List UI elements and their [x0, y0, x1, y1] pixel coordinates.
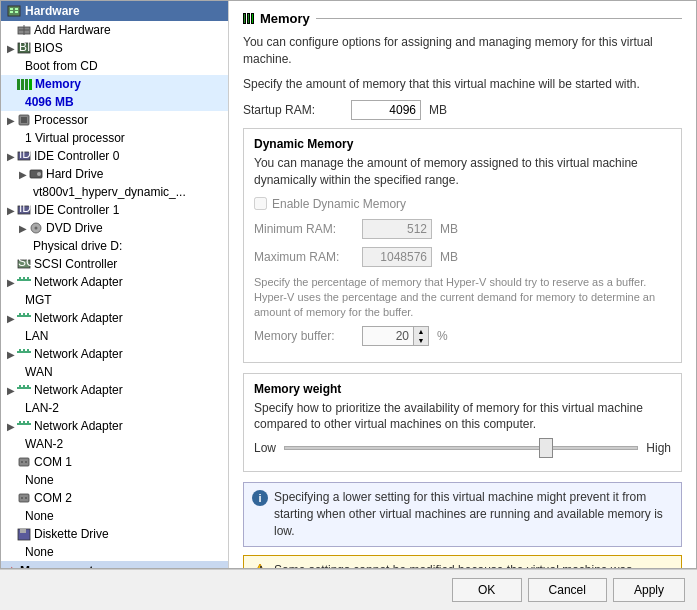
svg-rect-33	[27, 349, 29, 353]
sidebar-label-net5-sub: WAN-2	[25, 437, 63, 451]
ide1-icon: IDE	[17, 203, 31, 217]
buffer-spinner[interactable]: ▲ ▼	[362, 326, 429, 346]
sidebar-item-ide1[interactable]: ▶ IDE IDE Controller 1	[1, 201, 228, 219]
sidebar-item-memory[interactable]: Memory	[1, 75, 228, 93]
sidebar-item-com1-sub[interactable]: None	[1, 471, 228, 489]
svg-text:BIOS: BIOS	[19, 41, 31, 54]
section-header: Memory	[243, 11, 682, 26]
cancel-button[interactable]: Cancel	[528, 578, 607, 602]
buffer-decrement-button[interactable]: ▼	[414, 336, 428, 345]
sidebar-label-com2-sub: None	[25, 509, 54, 523]
buffer-label: Memory buffer:	[254, 329, 354, 343]
enable-dynamic-checkbox[interactable]	[254, 197, 267, 210]
svg-rect-4	[15, 11, 18, 13]
management-header: ✦ Management	[1, 561, 228, 568]
svg-rect-41	[27, 421, 29, 425]
min-ram-label: Minimum RAM:	[254, 222, 354, 236]
hardware-tree[interactable]: Hardware Add Hardware ▶ BIOS BIOS Boot f…	[1, 1, 229, 568]
sidebar-item-net2[interactable]: ▶ Network Adapter	[1, 309, 228, 327]
sidebar-label-net2: Network Adapter	[34, 311, 123, 325]
sidebar-item-diskette-sub[interactable]: None	[1, 543, 228, 561]
sidebar-item-net5-sub[interactable]: WAN-2	[1, 435, 228, 453]
sidebar-item-com2-sub[interactable]: None	[1, 507, 228, 525]
sidebar-item-boot-cd[interactable]: Boot from CD	[1, 57, 228, 75]
sidebar-label-net4: Network Adapter	[34, 383, 123, 397]
sidebar-item-processor-sub[interactable]: 1 Virtual processor	[1, 129, 228, 147]
svg-rect-0	[8, 6, 20, 16]
svg-rect-3	[10, 11, 13, 13]
svg-rect-2	[15, 8, 18, 10]
sidebar-item-net1[interactable]: ▶ Network Adapter	[1, 273, 228, 291]
processor-icon	[17, 113, 31, 127]
hdd-icon	[29, 167, 43, 181]
buffer-input	[362, 326, 414, 346]
sidebar-item-net5[interactable]: ▶ Network Adapter	[1, 417, 228, 435]
sidebar-item-net2-sub[interactable]: LAN	[1, 327, 228, 345]
net4-icon	[17, 383, 31, 397]
sidebar-label-ide0: IDE Controller 0	[34, 149, 119, 163]
sidebar-item-processor[interactable]: ▶ Processor	[1, 111, 228, 129]
expand-icon	[7, 25, 17, 36]
dynamic-memory-section: Dynamic Memory You can manage the amount…	[243, 128, 682, 362]
sidebar-item-bios[interactable]: ▶ BIOS BIOS	[1, 39, 228, 57]
warn-box: ! Some settings cannot be modified becau…	[243, 555, 682, 569]
max-ram-row: Maximum RAM: MB	[254, 247, 671, 267]
sidebar-item-diskette[interactable]: Diskette Drive	[1, 525, 228, 543]
sidebar-item-add-hardware[interactable]: Add Hardware	[1, 21, 228, 39]
sidebar-item-net3-sub[interactable]: WAN	[1, 363, 228, 381]
sidebar-label-scsi: SCSI Controller	[34, 257, 117, 271]
sidebar-label-dvd: DVD Drive	[46, 221, 103, 235]
sidebar-item-com1[interactable]: COM 1	[1, 453, 228, 471]
svg-text:!: !	[259, 564, 263, 569]
sidebar-item-net1-sub[interactable]: MGT	[1, 291, 228, 309]
startup-ram-input[interactable]	[351, 100, 421, 120]
sidebar-label-diskette-sub: None	[25, 545, 54, 559]
svg-point-47	[25, 497, 27, 499]
buffer-spinner-btns[interactable]: ▲ ▼	[414, 326, 429, 346]
dynamic-memory-desc: You can manage the amount of memory assi…	[254, 155, 671, 189]
svg-rect-45	[19, 494, 29, 502]
svg-rect-23	[19, 277, 21, 281]
sidebar-label-memory-size: 4096 MB	[25, 95, 74, 109]
buffer-increment-button[interactable]: ▲	[414, 327, 428, 336]
com2-icon	[17, 491, 31, 505]
sidebar-item-net3[interactable]: ▶ Network Adapter	[1, 345, 228, 363]
sidebar-label-net4-sub: LAN-2	[25, 401, 59, 415]
ok-button[interactable]: OK	[452, 578, 522, 602]
sidebar-label-net2-sub: LAN	[25, 329, 48, 343]
sidebar-item-dvd-sub[interactable]: Physical drive D:	[1, 237, 228, 255]
dynamic-memory-title: Dynamic Memory	[254, 137, 671, 151]
svg-point-15	[37, 172, 41, 176]
net3-icon	[17, 347, 31, 361]
sidebar-item-net4[interactable]: ▶ Network Adapter	[1, 381, 228, 399]
weight-slider[interactable]	[284, 446, 638, 450]
apply-button[interactable]: Apply	[613, 578, 685, 602]
memory-icon	[17, 79, 32, 90]
sidebar-item-dvd[interactable]: ▶ DVD Drive	[1, 219, 228, 237]
svg-rect-11	[21, 117, 27, 123]
add-hardware-icon	[17, 23, 31, 37]
sidebar-item-com2[interactable]: COM 2	[1, 489, 228, 507]
sidebar-label-dvd-sub: Physical drive D:	[33, 239, 122, 253]
info-text: Specifying a lower setting for this virt…	[274, 489, 673, 539]
min-ram-unit: MB	[440, 222, 458, 236]
sidebar-item-harddrive-sub[interactable]: vt800v1_hyperv_dynamic_...	[1, 183, 228, 201]
sidebar-item-scsi[interactable]: SCSI SCSI Controller	[1, 255, 228, 273]
max-ram-label: Maximum RAM:	[254, 250, 354, 264]
svg-rect-36	[23, 385, 25, 389]
svg-rect-42	[19, 458, 29, 466]
sidebar-label-net1: Network Adapter	[34, 275, 123, 289]
weight-desc: Specify how to prioritize the availabili…	[254, 400, 671, 434]
svg-text:IDE: IDE	[19, 203, 31, 215]
ide0-icon: IDE	[17, 149, 31, 163]
warn-icon: !	[252, 563, 268, 569]
sidebar-item-memory-size[interactable]: 4096 MB	[1, 93, 228, 111]
sidebar-label-add-hardware: Add Hardware	[34, 23, 111, 37]
sidebar-item-harddrive[interactable]: ▶ Hard Drive	[1, 165, 228, 183]
section-divider	[316, 18, 682, 19]
sidebar-item-net4-sub[interactable]: LAN-2	[1, 399, 228, 417]
startup-ram-label: Startup RAM:	[243, 103, 343, 117]
enable-dynamic-row[interactable]: Enable Dynamic Memory	[254, 197, 671, 211]
sidebar-label-harddrive-sub: vt800v1_hyperv_dynamic_...	[33, 185, 186, 199]
sidebar-item-ide0[interactable]: ▶ IDE IDE Controller 0	[1, 147, 228, 165]
